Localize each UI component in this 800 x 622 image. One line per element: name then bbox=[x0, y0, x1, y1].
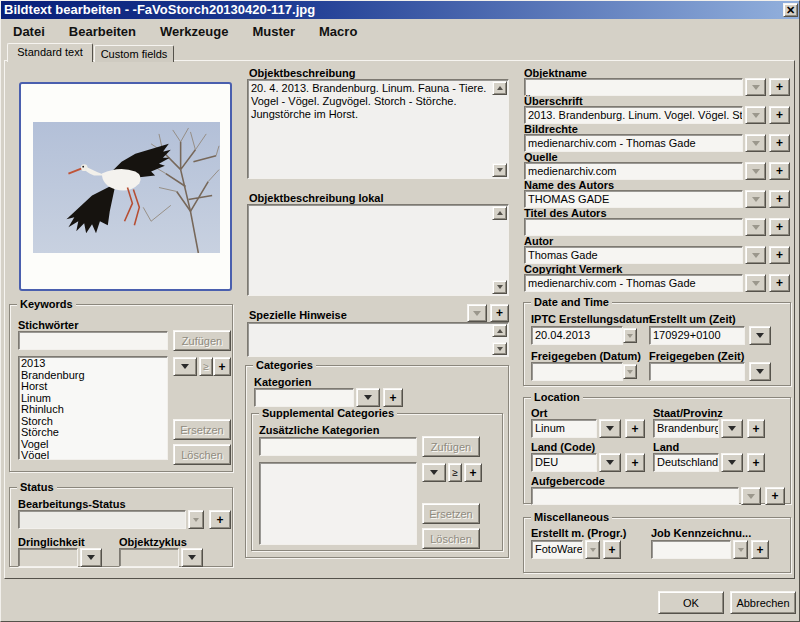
quelle-input[interactable]: medienarchiv.com bbox=[524, 162, 743, 180]
ok-button[interactable]: OK bbox=[658, 591, 724, 614]
land-code-plus-button[interactable]: + bbox=[625, 453, 645, 472]
list-item[interactable]: Horst bbox=[21, 381, 165, 393]
ueberschrift-input[interactable]: 2013. Brandenburg. Linum. Vogel. Vögel. … bbox=[524, 106, 743, 124]
name-des-autors-dropdown-button[interactable] bbox=[745, 190, 766, 208]
objektzyklus-dropdown-button[interactable] bbox=[181, 548, 203, 567]
bearbeitungs-status-dropdown-button[interactable] bbox=[188, 510, 204, 529]
ort-dropdown-button[interactable] bbox=[599, 419, 621, 438]
autor-dropdown-button[interactable] bbox=[745, 246, 766, 264]
job-kennzeichnung-dropdown-button[interactable] bbox=[733, 540, 748, 559]
land-plus-button[interactable]: + bbox=[747, 453, 765, 472]
keywords-insert-button[interactable]: ≥ bbox=[199, 357, 213, 376]
keywords-plus-button[interactable]: + bbox=[213, 357, 231, 376]
kategorien-input[interactable] bbox=[254, 388, 354, 407]
iptc-erstellungsdatum-input[interactable]: 20.04.2013 bbox=[531, 326, 623, 345]
ort-input[interactable]: Linum bbox=[531, 419, 597, 438]
close-button[interactable]: ✕ bbox=[783, 3, 798, 17]
titel-des-autors-plus-button[interactable]: + bbox=[769, 218, 790, 236]
list-item[interactable]: Rhinluch bbox=[21, 404, 165, 416]
land-dropdown-button[interactable] bbox=[721, 453, 743, 472]
objektbeschreibung-lokal-textarea[interactable] bbox=[247, 204, 509, 296]
bearbeitungs-status-plus-button[interactable]: + bbox=[209, 510, 231, 529]
menu-muster[interactable]: Muster bbox=[240, 24, 307, 39]
list-item[interactable]: Störche bbox=[21, 427, 165, 439]
objektbeschreibung-scroll-down[interactable] bbox=[492, 163, 507, 177]
staat-provinz-dropdown-button[interactable] bbox=[721, 419, 743, 438]
spezielle-hinweise-textarea[interactable] bbox=[247, 322, 509, 357]
titel-des-autors-input[interactable] bbox=[524, 218, 743, 236]
tab-custom-fields[interactable]: Custom fields bbox=[94, 45, 174, 62]
menu-werkzeuge[interactable]: Werkzeuge bbox=[148, 24, 240, 39]
ueberschrift-dropdown-button[interactable] bbox=[745, 106, 766, 124]
spezielle-hinweise-dropdown-button[interactable] bbox=[467, 304, 487, 322]
erstellt-mit-programm-input[interactable]: FotoWare fotost bbox=[531, 540, 583, 559]
keywords-delete-button[interactable]: Löschen bbox=[173, 444, 231, 465]
job-kennzeichnung-plus-button[interactable]: + bbox=[751, 540, 769, 559]
objektbeschreibung-lokal-scroll-up[interactable] bbox=[492, 206, 507, 220]
autor-plus-button[interactable]: + bbox=[769, 246, 790, 264]
freigegeben-datum-input[interactable] bbox=[531, 362, 623, 381]
bildrechte-input[interactable]: medienarchiv.com - Thomas Gade bbox=[524, 134, 743, 152]
erstellt-mit-programm-dropdown-button[interactable] bbox=[585, 540, 600, 559]
spezielle-hinweise-scroll-down[interactable] bbox=[492, 342, 507, 355]
supplemental-insert-button[interactable]: ≥ bbox=[448, 463, 462, 482]
name-des-autors-plus-button[interactable]: + bbox=[769, 190, 790, 208]
freigegeben-datum-dropdown-button[interactable] bbox=[623, 364, 637, 379]
title-bar[interactable]: Bildtext bearbeiten - -FaVoStorch2013042… bbox=[1, 1, 800, 19]
ort-plus-button[interactable]: + bbox=[625, 419, 645, 438]
spezielle-hinweise-scroll-up[interactable] bbox=[492, 324, 507, 337]
objektbeschreibung-scroll-up[interactable] bbox=[492, 81, 507, 95]
stichwoerter-input[interactable] bbox=[18, 331, 168, 350]
menu-bearbeiten[interactable]: Bearbeiten bbox=[57, 24, 148, 39]
menu-datei[interactable]: Datei bbox=[1, 24, 57, 39]
copyright-vermerk-input[interactable]: medienarchiv.com - Thomas Gade bbox=[524, 274, 743, 292]
keywords-listbox[interactable]: 2013BrandenburgHorstLinumRhinluchStorchS… bbox=[18, 356, 168, 460]
kategorien-plus-button[interactable]: + bbox=[383, 388, 403, 407]
kategorien-dropdown-button[interactable] bbox=[356, 388, 380, 407]
staat-provinz-plus-button[interactable]: + bbox=[747, 419, 765, 438]
erstellt-um-zeit-input[interactable]: 170929+0100 bbox=[649, 326, 745, 345]
objektname-dropdown-button[interactable] bbox=[745, 78, 766, 96]
iptc-erstellungsdatum-dropdown-button[interactable] bbox=[623, 328, 637, 343]
objektbeschreibung-lokal-scroll-down[interactable] bbox=[492, 280, 507, 294]
land-code-dropdown-button[interactable] bbox=[599, 453, 621, 472]
freigegeben-zeit-dropdown-button[interactable] bbox=[749, 362, 771, 381]
freigegeben-zeit-input[interactable] bbox=[649, 362, 745, 381]
autor-input[interactable]: Thomas Gade bbox=[524, 246, 743, 264]
staat-provinz-input[interactable]: Brandenburg bbox=[653, 419, 719, 438]
ueberschrift-plus-button[interactable]: + bbox=[769, 106, 790, 124]
aufgebercode-plus-button[interactable]: + bbox=[765, 487, 785, 505]
keywords-dropdown-button[interactable] bbox=[173, 357, 197, 376]
list-item[interactable]: Vögel bbox=[21, 450, 165, 460]
dringlichkeit-dropdown-button[interactable] bbox=[80, 548, 102, 567]
keywords-add-button[interactable]: Zufügen bbox=[173, 330, 231, 351]
supplemental-replace-button[interactable]: Ersetzen bbox=[422, 503, 480, 524]
menu-macro[interactable]: Macro bbox=[307, 24, 369, 39]
spezielle-hinweise-plus-button[interactable]: + bbox=[490, 304, 509, 322]
supplemental-plus-button[interactable]: + bbox=[464, 463, 482, 482]
supplemental-listbox[interactable] bbox=[259, 462, 417, 545]
tab-standard-text[interactable]: Standard text bbox=[7, 43, 93, 62]
bearbeitungs-status-input[interactable] bbox=[18, 510, 186, 529]
bildrechte-plus-button[interactable]: + bbox=[769, 134, 790, 152]
titel-des-autors-dropdown-button[interactable] bbox=[745, 218, 766, 236]
supplemental-delete-button[interactable]: Löschen bbox=[422, 528, 480, 549]
objektname-input[interactable] bbox=[524, 78, 743, 96]
keywords-replace-button[interactable]: Ersetzen bbox=[173, 419, 231, 440]
aufgebercode-dropdown-button[interactable] bbox=[741, 487, 761, 505]
job-kennzeichnung-input[interactable] bbox=[651, 540, 731, 559]
aufgebercode-input[interactable] bbox=[531, 487, 739, 505]
objektzyklus-input[interactable] bbox=[119, 548, 179, 567]
supplemental-add-button[interactable]: Zufügen bbox=[422, 436, 480, 457]
objektname-plus-button[interactable]: + bbox=[769, 78, 790, 96]
land-input[interactable]: Deutschland Ger bbox=[653, 453, 719, 472]
land-code-input[interactable]: DEU bbox=[531, 453, 597, 472]
zusaetzliche-kategorien-input[interactable] bbox=[259, 437, 417, 456]
quelle-dropdown-button[interactable] bbox=[745, 162, 766, 180]
dringlichkeit-input[interactable] bbox=[18, 548, 78, 567]
supplemental-dropdown-button[interactable] bbox=[422, 463, 446, 482]
objektbeschreibung-textarea[interactable]: 20. 4. 2013. Brandenburg. Linum. Fauna -… bbox=[247, 79, 509, 179]
copyright-vermerk-dropdown-button[interactable] bbox=[745, 274, 766, 292]
erstellt-mit-programm-plus-button[interactable]: + bbox=[603, 540, 621, 559]
erstellt-um-zeit-dropdown-button[interactable] bbox=[749, 326, 771, 345]
